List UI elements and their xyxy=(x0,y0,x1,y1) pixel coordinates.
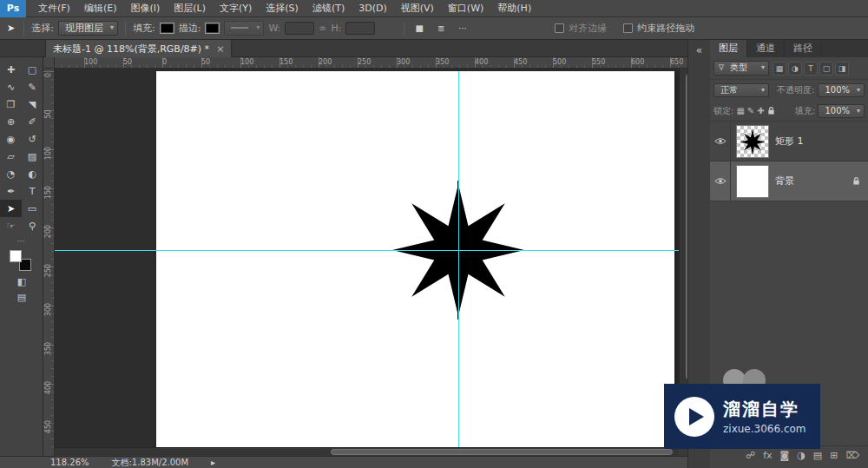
horizontal-ruler[interactable]: 100 50 0 50 100 150 200 250 300 350 400 … xyxy=(55,57,687,69)
blur-tool[interactable]: ◔ xyxy=(0,165,22,182)
menu-item[interactable]: 图层(L) xyxy=(167,0,213,17)
opacity-dropdown[interactable]: 100% xyxy=(818,83,865,97)
gradient-tool[interactable]: ▨ xyxy=(22,148,43,165)
filter-type-icon[interactable]: T xyxy=(804,62,818,76)
horizontal-scrollbar[interactable] xyxy=(55,447,679,456)
menu-item[interactable]: 文件(F) xyxy=(31,0,77,17)
panel-bottom-icon[interactable]: fx xyxy=(763,450,772,461)
eraser-tool[interactable]: ▱ xyxy=(0,148,22,165)
fill-color-swatch[interactable] xyxy=(160,23,174,34)
width-input[interactable] xyxy=(285,22,314,35)
menu-item[interactable]: 视图(V) xyxy=(394,0,441,17)
menu-item[interactable]: 滤镜(T) xyxy=(306,0,352,17)
path-selection-tool[interactable]: ➤ xyxy=(0,200,22,217)
eyedropper-tool[interactable]: ◥ xyxy=(22,96,43,113)
close-tab-icon[interactable]: × xyxy=(216,43,224,55)
lasso-tool[interactable]: ∿ xyxy=(0,78,22,96)
lock-option-icon[interactable]: ✚ xyxy=(757,106,764,115)
panel-tab[interactable]: 路径 xyxy=(785,40,822,57)
move-tool[interactable]: ✚ xyxy=(0,61,22,78)
menu-item[interactable]: 窗口(W) xyxy=(441,0,490,17)
foreground-color-swatch[interactable] xyxy=(10,250,22,262)
link-dimensions-icon[interactable]: ∞ xyxy=(319,23,326,34)
lock-all-icon[interactable] xyxy=(767,106,775,115)
zoom-level[interactable]: 118.26% xyxy=(50,458,89,467)
lock-option-icon[interactable]: ▦ xyxy=(736,106,744,115)
status-flyout-icon[interactable]: ▸ xyxy=(211,458,215,467)
menu-item[interactable]: 图像(I) xyxy=(123,0,167,17)
constrain-path-checkbox[interactable] xyxy=(623,23,633,33)
tool-glyph: ⚲ xyxy=(29,221,36,232)
layer-name[interactable]: 矩形 1 xyxy=(775,135,804,148)
history-brush-tool[interactable]: ↺ xyxy=(22,130,43,148)
fill-opacity-dropdown[interactable]: 100% xyxy=(818,104,865,118)
height-input[interactable] xyxy=(345,22,375,35)
dodge-tool[interactable]: ◐ xyxy=(22,165,43,182)
blend-mode-dropdown[interactable]: 正常 xyxy=(713,83,769,97)
layer-name[interactable]: 背景 xyxy=(775,175,794,188)
panel-bottom-icon[interactable]: ◙ xyxy=(780,450,790,461)
crop-tool[interactable]: ❐ xyxy=(0,96,22,113)
options-icon-button[interactable]: ■ xyxy=(411,23,426,34)
document-tab[interactable]: 未标题-1 @ 118%(背景,RGB/8#) * × xyxy=(45,40,232,57)
visibility-toggle[interactable] xyxy=(710,161,731,201)
menu-item[interactable]: 3D(D) xyxy=(352,0,394,17)
funnel-icon: ∇ xyxy=(719,63,724,72)
filter-type-icon[interactable]: ▦ xyxy=(773,62,786,76)
panel-bottom-icon[interactable]: ◑ xyxy=(797,450,806,461)
panel-tab[interactable]: 通道 xyxy=(747,40,785,57)
brush-tool[interactable]: ✐ xyxy=(22,113,43,130)
eye-icon xyxy=(714,137,727,145)
layer-thumbnail[interactable] xyxy=(736,165,769,198)
horizontal-guide[interactable] xyxy=(55,250,679,251)
collapse-panels-icon[interactable]: « xyxy=(688,40,710,56)
options-icon-button[interactable]: ⋯ xyxy=(455,23,470,34)
layer-thumbnail[interactable] xyxy=(736,125,769,158)
canvas-viewport[interactable] xyxy=(55,69,687,456)
type-tool[interactable]: T xyxy=(22,182,43,200)
spot-healing-tool[interactable]: ⊕ xyxy=(0,113,22,130)
options-icon-button[interactable]: ≣ xyxy=(434,23,448,34)
layer-row-background[interactable]: 背景 xyxy=(710,161,868,201)
hand-tool[interactable]: ☞ xyxy=(0,217,22,234)
app-logo[interactable]: Ps xyxy=(0,0,26,17)
select-mode-dropdown[interactable]: 现用图层 xyxy=(58,21,118,36)
filter-type-icon[interactable]: ◨ xyxy=(835,62,849,76)
ruler-corner[interactable] xyxy=(43,57,55,69)
zoom-tool[interactable]: ⚲ xyxy=(22,217,43,234)
panel-tab[interactable]: 图层 xyxy=(710,40,747,57)
quick-selection-tool[interactable]: ✎ xyxy=(22,78,43,96)
menu-item[interactable]: 选择(S) xyxy=(259,0,306,17)
panel-bottom-icon[interactable]: ☍ xyxy=(746,450,755,461)
more-tools-icon[interactable]: ⋯ xyxy=(0,236,43,246)
current-tool-icon[interactable]: ➤ xyxy=(5,23,16,34)
thumbnail-star xyxy=(740,129,766,155)
vertical-ruler[interactable]: 0 50 100 150 200 250 300 350 400 450 xyxy=(43,69,55,456)
shape-tool[interactable]: ▭ xyxy=(22,200,43,217)
panel-bottom-icon[interactable]: ⌦ xyxy=(845,450,859,461)
filter-kind-dropdown[interactable]: ∇ 类型 xyxy=(713,61,769,76)
layer-row-shape[interactable]: 矩形 1 xyxy=(710,122,868,161)
lock-option-icon[interactable]: ✎ xyxy=(747,106,754,115)
clone-stamp-tool[interactable]: ◉ xyxy=(0,130,22,148)
panel-bottom-icon[interactable]: ▤ xyxy=(813,450,822,461)
menu-item[interactable]: 文字(Y) xyxy=(213,0,259,17)
filter-type-icon[interactable]: ▢ xyxy=(819,62,833,76)
screen-mode-button[interactable]: ▤ xyxy=(0,290,43,306)
menu-item[interactable]: 帮助(H) xyxy=(490,0,538,17)
marquee-tool[interactable]: ▢ xyxy=(22,61,43,78)
stroke-style-dropdown[interactable] xyxy=(224,21,264,36)
scrollbar-thumb[interactable] xyxy=(331,449,673,455)
filter-type-icon[interactable]: ◑ xyxy=(788,62,802,76)
panel-bottom-icon[interactable]: ⊞ xyxy=(830,450,838,461)
ruler-label: 150 xyxy=(44,184,52,201)
quick-mask-button[interactable]: ◧ xyxy=(0,274,43,290)
align-edges-checkbox[interactable] xyxy=(555,23,564,33)
visibility-toggle[interactable] xyxy=(710,122,731,161)
pen-tool[interactable]: ✒ xyxy=(0,182,22,200)
vertical-guide[interactable] xyxy=(458,71,459,447)
menu-items: 文件(F)编辑(E)图像(I)图层(L)文字(Y)选择(S)滤镜(T)3D(D)… xyxy=(31,0,538,16)
stroke-color-swatch[interactable] xyxy=(205,23,220,34)
ruler-label: 300 xyxy=(44,301,52,319)
menu-item[interactable]: 编辑(E) xyxy=(77,0,124,17)
